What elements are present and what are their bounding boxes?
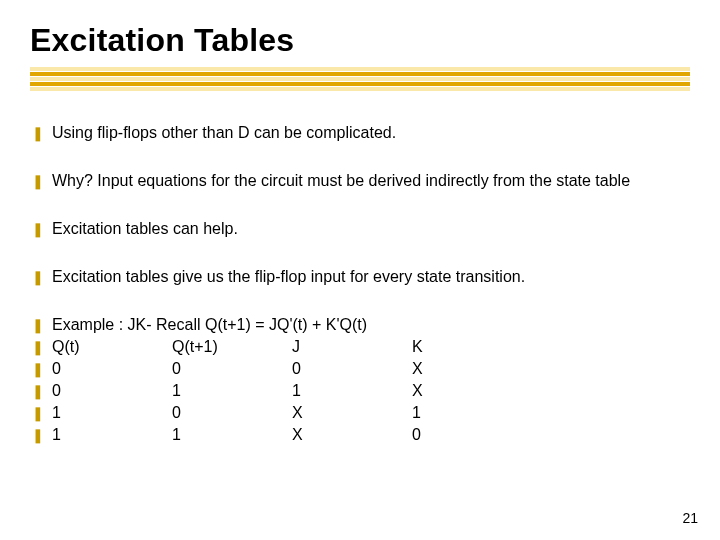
title-underline [30,67,690,91]
cell: 1 [292,381,412,401]
rule-line [30,67,690,71]
bullet-icon: ❚ [32,403,52,423]
cell: 1 [172,381,292,401]
bullet-item-example: ❚ Example : JK- Recall Q(t+1) = JQ'(t) +… [32,315,690,335]
page-title: Excitation Tables [30,22,690,59]
cell: 1 [52,425,172,445]
col-header-k: K [412,337,532,357]
col-header-j: J [292,337,412,357]
bullet-text: Excitation tables give us the flip-flop … [52,267,690,287]
bullet-text: Why? Input equations for the circuit mus… [52,171,690,191]
slide: Excitation Tables ❚ Using flip-flops oth… [0,0,720,540]
bullet-text: Excitation tables can help. [52,219,690,239]
content-area: ❚ Using flip-flops other than D can be c… [30,123,690,445]
jk-table-cells: 1 0 X 1 [52,403,690,423]
cell: X [292,403,412,423]
cell: 0 [52,359,172,379]
jk-table-cells: 0 1 1 X [52,381,690,401]
bullet-icon: ❚ [32,267,52,287]
cell: 0 [412,425,532,445]
cell: X [292,425,412,445]
cell: X [412,381,532,401]
cell: 0 [172,359,292,379]
cell: X [412,359,532,379]
bullet-item: ❚ Why? Input equations for the circuit m… [32,171,690,191]
jk-table-cells: 1 1 X 0 [52,425,690,445]
bullet-icon: ❚ [32,171,52,191]
cell: 1 [52,403,172,423]
bullet-icon: ❚ [32,381,52,401]
jk-table-cells: 0 0 0 X [52,359,690,379]
cell: 0 [292,359,412,379]
cell: 0 [52,381,172,401]
cell: 0 [172,403,292,423]
page-number: 21 [682,510,698,526]
jk-table-header-row: ❚ Q(t) Q(t+1) J K [32,337,690,357]
rule-line [30,82,690,86]
bullet-icon: ❚ [32,425,52,445]
bullet-item: ❚ Excitation tables can help. [32,219,690,239]
col-header-qt: Q(t) [52,337,172,357]
bullet-icon: ❚ [32,315,52,335]
jk-table-header: Q(t) Q(t+1) J K [52,337,690,357]
jk-table-row: ❚ 0 0 0 X [32,359,690,379]
bullet-item: ❚ Using flip-flops other than D can be c… [32,123,690,143]
cell: 1 [172,425,292,445]
rule-line [30,72,690,76]
bullet-text: Using flip-flops other than D can be com… [52,123,690,143]
jk-table-row: ❚ 0 1 1 X [32,381,690,401]
col-header-qt1: Q(t+1) [172,337,292,357]
rule-line [30,87,690,91]
bullet-icon: ❚ [32,359,52,379]
bullet-text: Example : JK- Recall Q(t+1) = JQ'(t) + K… [52,315,690,335]
bullet-icon: ❚ [32,123,52,143]
bullet-icon: ❚ [32,337,52,357]
rule-line [30,77,690,81]
bullet-item: ❚ Excitation tables give us the flip-flo… [32,267,690,287]
bullet-icon: ❚ [32,219,52,239]
cell: 1 [412,403,532,423]
jk-table-row: ❚ 1 0 X 1 [32,403,690,423]
jk-table-row: ❚ 1 1 X 0 [32,425,690,445]
